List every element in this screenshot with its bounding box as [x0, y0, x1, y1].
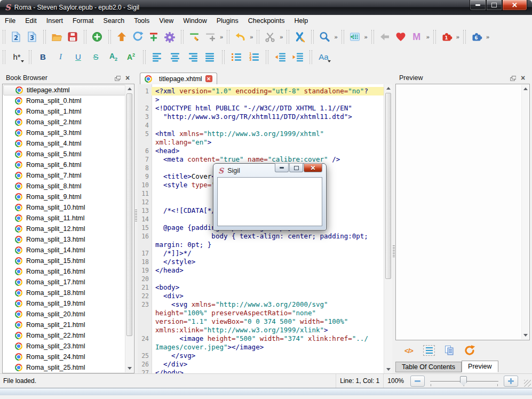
maximize-button[interactable]	[486, 0, 502, 11]
indent-button[interactable]	[289, 50, 306, 65]
back-arrow-button[interactable]	[377, 29, 393, 45]
file-item[interactable]: Roma_split_9.html	[3, 191, 125, 202]
preview-scrollbar[interactable]	[521, 85, 529, 339]
upload-arrow-button[interactable]	[114, 29, 130, 45]
code-line[interactable]: 26 </div>	[138, 360, 384, 369]
code-line[interactable]: 7 <meta content="true" name="calibre:cov…	[138, 155, 384, 164]
code-line[interactable]: 4	[138, 121, 384, 130]
file-item[interactable]: Roma_split_14.html	[3, 245, 125, 256]
insert-special-button[interactable]	[347, 29, 363, 45]
code-line[interactable]: 1<?xml version="1.0" encoding="utf-8" st…	[138, 87, 384, 95]
code-line[interactable]: >	[138, 95, 384, 104]
toolbar-extension-icon[interactable]: »	[220, 34, 223, 40]
find-replace-button[interactable]	[316, 29, 332, 45]
code-line[interactable]: 16 body { text-align: center; padding:0p…	[138, 232, 384, 241]
save-button[interactable]	[65, 29, 81, 45]
close-panel-button[interactable]: ×	[518, 74, 528, 82]
file-item[interactable]: Roma_split_16.html	[3, 266, 125, 277]
scroll-up-icon[interactable]	[125, 85, 133, 93]
copy-button[interactable]	[442, 344, 456, 357]
align-justify-button[interactable]	[201, 50, 219, 65]
file-item[interactable]: Roma_split_19.html	[3, 298, 125, 309]
toolbar-extension-icon[interactable]: »	[280, 34, 283, 40]
scroll-down-icon[interactable]	[522, 331, 529, 339]
code-line[interactable]: 3 "http://www.w3.org/TR/xhtml11/DTD/xhtm…	[138, 113, 384, 121]
file-item[interactable]: Roma_split_12.html	[3, 224, 125, 234]
refresh-button[interactable]	[463, 344, 477, 357]
inspect-button[interactable]	[422, 344, 436, 357]
cut-scissors-button[interactable]	[262, 29, 278, 45]
code-line[interactable]: 19</head>	[138, 266, 384, 275]
menu-view[interactable]: View	[154, 15, 178, 26]
subscript-button[interactable]: A2	[105, 50, 122, 65]
epub2-button[interactable]: 2	[8, 29, 24, 45]
close-panel-button[interactable]: ×	[123, 74, 132, 82]
donate-heart-button[interactable]	[393, 29, 409, 45]
file-item[interactable]: Roma_split_3.html	[3, 127, 125, 138]
menu-help[interactable]: Help	[290, 15, 313, 26]
code-line[interactable]: 6<head>	[138, 147, 384, 155]
file-item[interactable]: Roma_split_23.html	[3, 341, 125, 352]
file-item[interactable]: Roma_split_6.html	[3, 159, 125, 170]
underline-button[interactable]: U	[69, 50, 87, 65]
zoom-slider-thumb[interactable]	[460, 376, 467, 386]
italic-button[interactable]: I	[52, 50, 69, 65]
open-folder-button[interactable]	[49, 29, 65, 45]
file-item[interactable]: Roma_split_10.html	[3, 202, 125, 213]
toolbar-extension-icon[interactable]: »	[364, 34, 368, 40]
tab-titlepage[interactable]: titlepage.xhtml ✕	[140, 73, 217, 85]
bold-button[interactable]: B	[34, 50, 52, 65]
toolbar-extension-icon[interactable]: »	[250, 34, 253, 40]
superscript-button[interactable]: A2	[122, 50, 140, 65]
split-at-cursor-button[interactable]	[186, 29, 202, 45]
code-line[interactable]: 20	[138, 275, 384, 283]
file-item[interactable]: Roma_split_24.html	[3, 352, 125, 362]
casing-button[interactable]: Aa	[315, 50, 332, 65]
align-right-button[interactable]	[184, 50, 201, 65]
code-line[interactable]: 25 </svg>	[138, 352, 384, 360]
code-line[interactable]: 21<body>	[138, 283, 384, 292]
code-line[interactable]: 24 <image height="500" width="374" xlink…	[138, 334, 384, 343]
scroll-up-icon[interactable]	[384, 84, 392, 92]
menu-search[interactable]: Search	[99, 15, 130, 26]
file-item[interactable]: Roma_split_13.html	[3, 234, 125, 245]
undo-button[interactable]	[232, 29, 248, 45]
menu-insert[interactable]: Insert	[42, 15, 68, 26]
code-line[interactable]: Images/cover.jpeg"></image>	[138, 343, 384, 352]
insert-split-marker-button[interactable]	[202, 29, 218, 45]
dialog-close-button[interactable]: ✕	[304, 163, 322, 172]
scrollbar-thumb[interactable]	[385, 93, 391, 279]
code-line[interactable]: version="1.1" viewBox="0 0 374 500" widt…	[138, 317, 384, 326]
zoom-in-button[interactable]	[504, 376, 518, 387]
spellcheck-button[interactable]	[292, 29, 308, 45]
outdent-button[interactable]	[271, 50, 289, 65]
file-item[interactable]: Roma_split_7.html	[3, 170, 125, 181]
code-line[interactable]: height="100%" preserveAspectRatio="none"	[138, 309, 384, 317]
bullet-list-button[interactable]	[227, 50, 245, 65]
tab-close-button[interactable]: ✕	[205, 75, 212, 82]
align-left-button[interactable]	[148, 50, 166, 65]
code-line[interactable]: 18 </style>	[138, 258, 384, 266]
dialog-maximize-button[interactable]	[289, 163, 303, 172]
align-center-button[interactable]	[166, 50, 184, 65]
editor-scrollbar[interactable]	[384, 84, 392, 373]
file-item[interactable]: Roma_split_0.html	[3, 95, 125, 106]
zoom-slider[interactable]	[429, 376, 499, 386]
menu-edit[interactable]: Edit	[20, 15, 42, 26]
code-line[interactable]: margin: 0pt; }	[138, 241, 384, 249]
file-item[interactable]: titlepage.xhtml	[3, 85, 125, 95]
tab-preview[interactable]: Preview	[462, 361, 498, 372]
code-line[interactable]: 23 <svg xmlns="http://www.w3.org/2000/sv…	[138, 300, 384, 309]
file-item[interactable]: Roma_split_18.html	[3, 288, 125, 298]
file-item[interactable]: Roma_split_5.html	[3, 149, 125, 159]
epub3-button[interactable]: 3	[24, 29, 40, 45]
file-item[interactable]: Roma_split_20.html	[3, 309, 125, 320]
file-item[interactable]: Roma_split_21.html	[3, 320, 125, 330]
toolbar-extension-icon[interactable]: »	[426, 34, 430, 40]
scrollbar-thumb[interactable]	[126, 93, 132, 336]
toolbar-extension-icon[interactable]: »	[456, 34, 459, 40]
settings-gear-button[interactable]	[162, 29, 178, 45]
refresh-rotate-button[interactable]	[130, 29, 146, 45]
plugin-red-button[interactable]: 1	[439, 29, 455, 45]
file-item[interactable]: Roma_split_17.html	[3, 277, 125, 288]
